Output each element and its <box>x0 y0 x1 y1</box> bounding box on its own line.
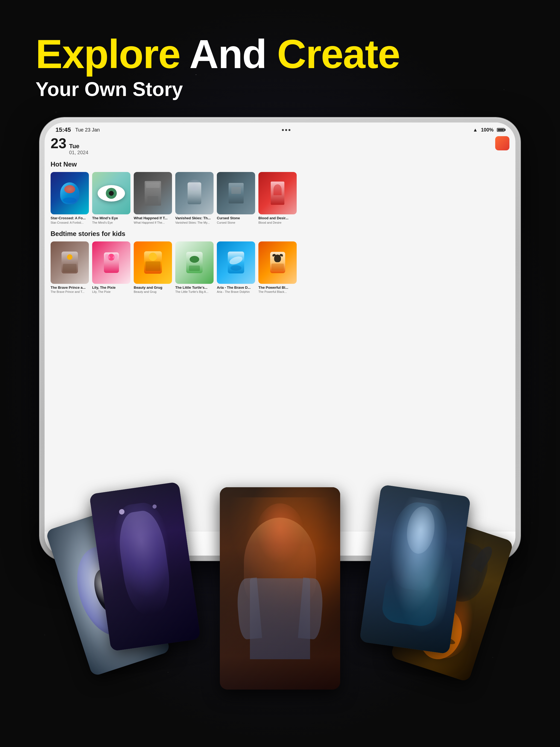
date-year: 01, 2024 <box>69 150 88 156</box>
headline-and: And <box>189 31 266 77</box>
cover-art-k1 <box>51 241 89 284</box>
battery-indicator: 100% <box>481 127 493 133</box>
book-card-lily[interactable]: Lily, The Pixie Lily, The Pixie <box>92 241 130 294</box>
book-title-5: Cursed Stone <box>217 216 255 221</box>
book-title-1: Star-Crossed: A Fo... <box>51 216 89 221</box>
cover-art-1 <box>51 172 89 214</box>
date-weekday: Tue <box>69 143 88 150</box>
book-card-blood[interactable]: Blood and Desir... Blood and Desire <box>258 172 297 225</box>
book-title-3: What Happned If T... <box>134 216 172 221</box>
status-right: ▲ 100% <box>473 127 505 133</box>
cover-art-k4 <box>175 241 213 284</box>
app-content[interactable]: 23 Tue 01, 2024 Hot New <box>45 136 515 539</box>
book-subtitle-3: What Happned If The... <box>134 221 172 225</box>
book-cover-beauty-grug <box>134 241 172 284</box>
book-subtitle-1: Star-Crossed: A Forbid... <box>51 221 89 225</box>
library-icon: 🔖 <box>278 537 286 545</box>
subheadline: Your Own Story <box>35 78 400 100</box>
book-subtitle-k4: The Little Turtle's Big A... <box>175 290 213 294</box>
book-subtitle-2: The Mind's Eye <box>92 221 130 225</box>
tab-bar: 📚 Novels 🔖 Library ⚙️ <box>45 531 515 556</box>
book-subtitle-k2: Lily, The Pixie <box>92 290 130 294</box>
header-section: Explore And Create Your Own Story <box>35 33 400 100</box>
headline-explore: Explore <box>35 31 180 77</box>
book-card-brave-prince[interactable]: The Brave Prince a... The Brave Prince a… <box>51 241 89 294</box>
book-cover-minds-eye <box>92 172 130 214</box>
hot-new-row: Star-Crossed: A Fo... Star-Crossed: A Fo… <box>51 172 509 225</box>
book-title-k3: Beauty and Grug <box>134 285 172 290</box>
book-card-vanished[interactable]: Vanished Skies: Th... Vanished Skies: Th… <box>175 172 213 225</box>
book-subtitle-k6: The Powerful Black... <box>258 290 297 294</box>
profile-button[interactable] <box>495 136 509 150</box>
book-title-k1: The Brave Prince a... <box>51 285 89 290</box>
book-title-6: Blood and Desir... <box>258 216 297 221</box>
headline-create: Create <box>277 31 400 77</box>
book-title-k6: The Powerful Bl... <box>258 285 297 290</box>
date-info: Tue 01, 2024 <box>69 143 88 156</box>
date-display: 23 Tue 01, 2024 <box>51 136 88 156</box>
cover-art-6 <box>258 172 297 214</box>
book-card-cursed-stone[interactable]: Cursed Stone Cursed Stone <box>217 172 255 225</box>
book-subtitle-4: Vanished Skies: The My... <box>175 221 213 225</box>
status-date: Tue 23 Jan <box>75 127 100 133</box>
third-icon: ⚙️ <box>427 539 435 547</box>
eye-art <box>92 172 130 214</box>
book-cover-blood <box>258 172 297 214</box>
book-title-k5: Aria - The Brave D... <box>217 285 255 290</box>
book-subtitle-5: Cursed Stone <box>217 221 255 225</box>
date-day-number: 23 <box>51 136 67 150</box>
tablet-screen[interactable]: 15:45 Tue 23 Jan ▲ 100% <box>45 123 515 556</box>
book-card-minds-eye[interactable]: The Mind's Eye The Mind's Eye <box>92 172 130 225</box>
cover-art-4 <box>175 172 213 214</box>
book-subtitle-k3: Beauty and Grug <box>134 290 172 294</box>
book-card-beauty-grug[interactable]: Beauty and Grug Beauty and Grug <box>134 241 172 294</box>
book-cover-whathappned <box>134 172 172 214</box>
tab-third[interactable]: ⚙️ <box>427 539 435 548</box>
cover-art-k2 <box>92 241 130 284</box>
cover-art-5 <box>217 172 255 214</box>
bedtime-title: Bedtime stories for kids <box>51 230 509 238</box>
status-bar: 15:45 Tue 23 Jan ▲ 100% <box>45 123 515 136</box>
bedtime-row: The Brave Prince a... The Brave Prince a… <box>51 241 509 294</box>
headline: Explore And Create <box>35 33 400 75</box>
book-cover-lily <box>92 241 130 284</box>
book-cover-powerful <box>258 241 297 284</box>
cover-art-k3 <box>134 241 172 284</box>
wifi-icon: ▲ <box>473 127 478 133</box>
book-cover-brave-prince <box>51 241 89 284</box>
date-area: 23 Tue 01, 2024 <box>51 136 509 156</box>
tab-novels[interactable]: 📚 Novels <box>125 537 137 550</box>
book-cover-star-crossed <box>51 172 89 214</box>
book-subtitle-k1: The Brave Prince and T... <box>51 290 89 294</box>
status-dots <box>282 129 290 131</box>
tablet-frame: 15:45 Tue 23 Jan ▲ 100% <box>40 118 520 561</box>
cover-art-k5 <box>217 241 255 284</box>
book-title-k4: The Little Turtle's... <box>175 285 213 290</box>
status-time: 15:45 <box>55 126 71 133</box>
novels-label: Novels <box>125 546 137 550</box>
book-cover-cursed-stone <box>217 172 255 214</box>
book-subtitle-6: Blood and Desire <box>258 221 297 225</box>
book-card-whathappned[interactable]: What Happned If T... What Happned If The… <box>134 172 172 225</box>
library-label: Library <box>276 546 288 550</box>
book-subtitle-k5: Aria - The Brave Dolphin <box>217 290 255 294</box>
tab-library[interactable]: 🔖 Library <box>276 537 288 550</box>
book-cover-turtle <box>175 241 213 284</box>
book-card-dolphin[interactable]: Aria - The Brave D... Aria - The Brave D… <box>217 241 255 294</box>
tablet-wrapper: 15:45 Tue 23 Jan ▲ 100% <box>40 118 520 712</box>
book-card-powerful[interactable]: The Powerful Bl... The Powerful Black... <box>258 241 297 294</box>
book-cover-vanished <box>175 172 213 214</box>
book-title-2: The Mind's Eye <box>92 216 130 221</box>
novels-icon: 📚 <box>127 537 135 545</box>
hot-new-title: Hot New <box>51 160 509 168</box>
book-title-k2: Lily, The Pixie <box>92 285 130 290</box>
cover-art-3 <box>134 172 172 214</box>
book-card-turtle[interactable]: The Little Turtle's... The Little Turtle… <box>175 241 213 294</box>
cover-art-k6 <box>258 241 297 284</box>
book-title-4: Vanished Skies: Th... <box>175 216 213 221</box>
book-cover-dolphin <box>217 241 255 284</box>
book-card-star-crossed[interactable]: Star-Crossed: A Fo... Star-Crossed: A Fo… <box>51 172 89 225</box>
